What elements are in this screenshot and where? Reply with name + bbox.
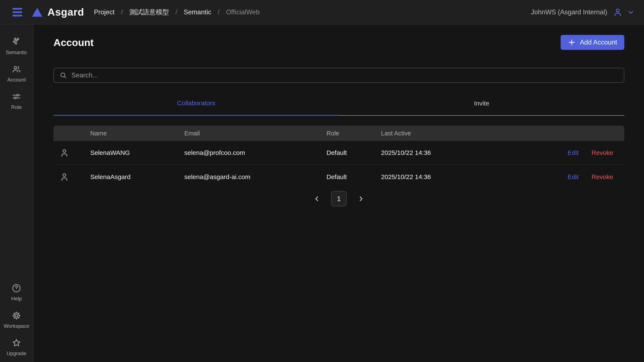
cell-name: SelenaAsgard	[90, 173, 184, 181]
main-content: Account Add Account Collaborators Invite	[34, 25, 644, 362]
breadcrumb-separator: /	[175, 8, 177, 16]
cell-actions: Edit Revoke	[554, 173, 624, 181]
top-bar: Asgard Project / 測試語意模型 / Semantic / Off…	[0, 0, 644, 25]
sidebar-item-help[interactable]: Help	[0, 283, 33, 302]
revoke-link[interactable]: Revoke	[592, 149, 613, 156]
help-circle-icon	[12, 283, 22, 293]
sidebar-label-account: Account	[7, 77, 26, 83]
pagination: 1	[54, 191, 624, 206]
search-box	[54, 68, 624, 83]
page-number-button[interactable]: 1	[331, 191, 346, 206]
page-title: Account	[54, 37, 94, 48]
user-avatar-icon[interactable]	[613, 7, 622, 17]
brand-name: Asgard	[48, 6, 84, 18]
cell-email: selena@profcoo.com	[184, 149, 326, 156]
plus-icon	[568, 39, 576, 46]
sidebar-label-workspace: Workspace	[4, 323, 29, 329]
sidebar-item-upgrade[interactable]: Upgrade	[0, 338, 33, 356]
sidebar-label-upgrade: Upgrade	[7, 350, 26, 356]
cell-actions: Edit Revoke	[554, 149, 624, 156]
next-page-icon[interactable]	[357, 195, 364, 202]
breadcrumb-item-project[interactable]: Project	[94, 8, 114, 16]
cell-name: SelenaWANG	[90, 149, 184, 156]
hamburger-menu-icon[interactable]	[12, 8, 23, 17]
cell-last-active: 2025/10/22 14:36	[381, 173, 554, 181]
edit-link[interactable]: Edit	[568, 173, 579, 181]
brand-logo[interactable]: Asgard	[32, 6, 84, 18]
cell-role: Default	[326, 149, 381, 156]
revoke-link[interactable]: Revoke	[592, 173, 613, 181]
search-icon	[60, 72, 67, 79]
edit-link[interactable]: Edit	[568, 149, 579, 156]
star-icon	[12, 338, 22, 348]
breadcrumb-item-officialweb: OfficialWeb	[226, 8, 260, 16]
gear-icon	[12, 311, 22, 320]
cell-role: Default	[326, 173, 381, 181]
column-header-role: Role	[326, 130, 381, 137]
sidebar-bottom-group: Help Workspace	[0, 283, 33, 356]
sidebar: Semantic Account	[0, 25, 33, 362]
tab-collaborators[interactable]: Collaborators	[54, 92, 339, 116]
column-header-email: Email	[184, 130, 326, 137]
breadcrumb-separator: /	[218, 8, 220, 16]
user-name-label: JohnWS (Asgard Internal)	[531, 8, 607, 16]
table-row: SelenaWANG selena@profcoo.com Default 20…	[54, 141, 624, 165]
breadcrumb: Project / 測試語意模型 / Semantic / OfficialWe…	[94, 8, 260, 17]
collaborators-table: Name Email Role Last Active SelenaWANG s…	[54, 126, 624, 189]
add-account-button-label: Add Account	[580, 39, 617, 46]
sidebar-item-workspace[interactable]: Workspace	[0, 311, 33, 329]
cell-last-active: 2025/10/22 14:36	[381, 149, 554, 156]
previous-page-icon[interactable]	[313, 195, 320, 202]
chevron-down-icon[interactable]	[627, 8, 634, 16]
tab-bar: Collaborators Invite	[54, 92, 624, 116]
breadcrumb-separator: /	[121, 8, 123, 16]
tab-invite[interactable]: Invite	[339, 92, 624, 116]
sidebar-label-role: Role	[11, 104, 22, 110]
sidebar-top-group: Semantic Account	[0, 37, 33, 110]
people-icon	[12, 64, 22, 74]
sidebar-label-semantic: Semantic	[6, 50, 27, 55]
breadcrumb-item-semantic[interactable]: Semantic	[184, 8, 211, 16]
breadcrumb-item-model[interactable]: 測試語意模型	[129, 8, 169, 17]
sidebar-item-semantic[interactable]: Semantic	[0, 37, 33, 55]
search-input[interactable]	[72, 72, 618, 79]
column-header-name: Name	[90, 130, 184, 137]
sidebar-item-role[interactable]: Role	[0, 92, 33, 110]
semantic-graph-icon	[12, 37, 22, 47]
triangle-logo-icon	[32, 7, 43, 17]
row-avatar-icon	[54, 172, 90, 182]
sidebar-item-account[interactable]: Account	[0, 64, 33, 83]
title-row: Account Add Account	[54, 35, 624, 50]
column-header-last-active: Last Active	[381, 130, 554, 137]
user-menu[interactable]: JohnWS (Asgard Internal)	[531, 7, 634, 17]
cell-email: selena@asgard-ai.com	[184, 173, 326, 181]
table-header-row: Name Email Role Last Active	[54, 126, 624, 141]
add-account-button[interactable]: Add Account	[560, 35, 624, 50]
row-avatar-icon	[54, 148, 90, 158]
sidebar-label-help: Help	[11, 296, 22, 302]
sliders-icon	[12, 92, 22, 102]
table-row: SelenaAsgard selena@asgard-ai.com Defaul…	[54, 165, 624, 189]
